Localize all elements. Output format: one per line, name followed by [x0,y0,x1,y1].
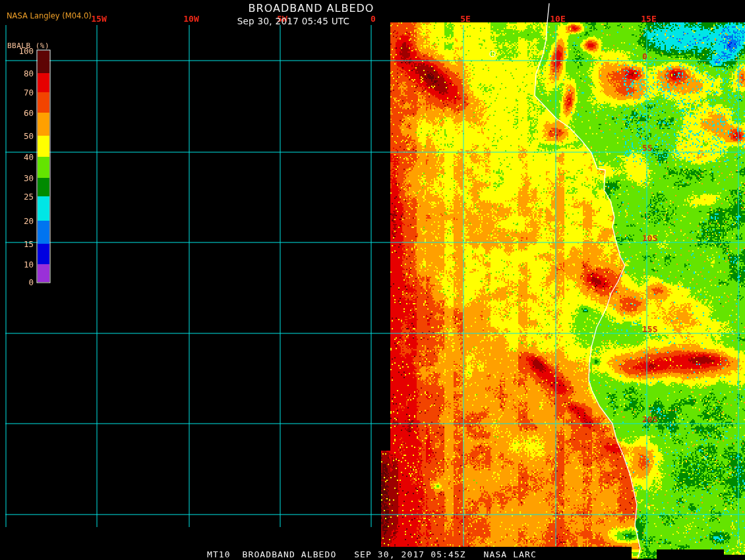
colorbar-segment [38,196,49,221]
colorbar-segment [38,136,49,157]
colorbar-segment [38,73,49,92]
colorbar-segment [38,244,49,264]
legend-tick-50: 50 [24,131,34,141]
legend-tick-25: 25 [24,192,34,202]
legend-tick-80: 80 [24,69,34,78]
credit-label: NASA Langley (M04.0) [7,11,92,20]
legend-title: BBALB (%) [7,42,49,50]
lon-label-0: 0 [371,14,376,24]
timestamp-label: Sep 30, 2017 05:45 UTC [237,16,350,26]
colorbar-segment [38,178,49,196]
legend-tick-10: 10 [24,260,34,269]
lat-label-0: 0 [642,51,647,61]
map-overlay: 10080706050403025201510015W10W5W05E10E15… [0,0,745,560]
colorbar-segment [38,221,49,244]
colorbar-segment [38,157,49,178]
legend-tick-40: 40 [24,152,34,162]
coastline [535,3,640,557]
lat-label-15S: 15S [642,324,658,334]
colorbar-segment [38,92,49,113]
colorbar-segment [38,51,49,73]
legend-tick-0: 0 [28,277,34,287]
legend-tick-70: 70 [24,88,34,98]
colorbar-segment [38,113,49,136]
lat-label-20S: 20S [642,414,658,424]
page-title: BROADBAND ALBEDO [249,2,374,14]
lon-label-10W: 10W [183,14,199,24]
lat-label-10S: 10S [642,233,658,243]
lon-label-10E: 10E [550,14,565,24]
legend-tick-15: 15 [24,239,34,249]
island-outline [490,51,495,57]
footer-caption: MT10 BROADBAND ALBEDO SEP 30, 2017 05:45… [207,549,537,559]
lat-label-5S: 5S [642,143,653,153]
legend-tick-30: 30 [24,173,34,183]
colorbar-segment [38,264,49,282]
lon-label-5E: 5E [460,14,471,24]
legend-tick-60: 60 [24,108,34,118]
albedo-product-screen: 10080706050403025201510015W10W5W05E10E15… [0,0,745,560]
legend-tick-20: 20 [24,216,34,226]
lon-label-15E: 15E [641,14,656,24]
lon-label-15W: 15W [91,14,107,24]
